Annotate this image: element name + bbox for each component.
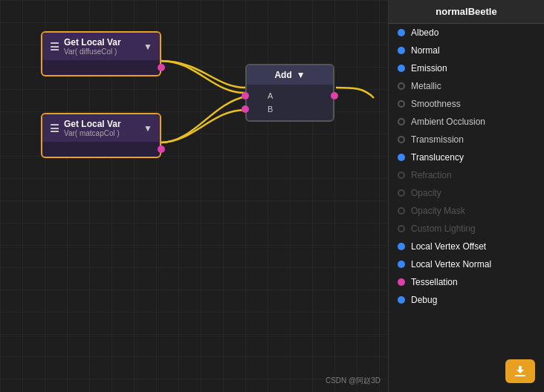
download-icon [513,364,528,379]
panel-item-opacity[interactable]: Opacity [389,184,544,202]
panel-item-emission[interactable]: Emission [389,59,544,77]
panel-item-refraction[interactable]: Refraction [389,166,544,184]
add-output-dot [331,92,338,99]
panel-label-tessellation: Tessellation [411,277,458,287]
panel-item-custom-lighting[interactable]: Custom Lighting [389,220,544,238]
panel-label-albedo: Albedo [411,27,438,38]
panel-item-albedo[interactable]: Albedo [389,24,544,42]
node-2-output-port [42,148,160,151]
panel-label-normal: Normal [411,45,440,56]
panel-label-local-vertex-offset: Local Vertex Offset [411,241,486,252]
panel-dot-translucency [398,154,405,161]
panel-label-translucency: Translucency [411,152,464,163]
panel-dot-emission [398,65,405,72]
node-1-menu-icon: ☰ [50,41,59,53]
panel-label-opacity: Opacity [411,188,441,198]
panel-dot-refraction [398,172,405,179]
add-node[interactable]: Add ▼ A B [245,64,334,122]
node-2-dropdown-icon: ▼ [143,123,152,134]
node-1-output-port [42,66,160,69]
panel-dot-smoothness [398,100,405,108]
panel-label-opacity-mask: Opacity Mask [411,206,465,216]
panel-dot-transmission [398,136,405,143]
panel-dot-metallic [398,82,405,90]
node-1-title: Get Local Var [64,37,121,48]
add-port-a: A [247,89,333,102]
panel-dot-local-vertex-normal [398,261,405,268]
node-2-body [42,142,160,157]
add-port-b-dot [242,105,249,113]
panel-dot-local-vertex-offset [398,243,405,250]
node-1-output-dot [158,64,165,71]
panel-title: normalBeetle [389,0,544,24]
panel-dot-tessellation [398,278,405,286]
panel-item-local-vertex-normal[interactable]: Local Vertex Normal [389,255,544,273]
panel-item-opacity-mask[interactable]: Opacity Mask [389,202,544,220]
panel-dot-custom-lighting [398,225,405,232]
panel-label-emission: Emission [411,63,447,74]
add-port-b: B [247,102,333,116]
panel-item-tessellation[interactable]: Tessellation [389,273,544,291]
add-node-title: Add [274,70,291,80]
node-1-header: ☰ Get Local Var Var( diffuseCol ) ▼ [42,33,160,60]
panel-item-normal[interactable]: Normal [389,42,544,59]
add-node-dropdown-icon: ▼ [297,70,305,80]
node-2-subtitle: Var( matcapCol ) [64,129,121,137]
panel-label-debug: Debug [411,295,437,305]
panel-item-local-vertex-offset[interactable]: Local Vertex Offset [389,238,544,255]
panel-label-ambient-occlusion: Ambient Occlusion [411,117,485,127]
properties-panel: normalBeetle Albedo Normal Emission Meta… [388,0,544,392]
panel-dot-opacity [398,189,405,197]
add-port-b-label: B [268,105,273,114]
panel-item-ambient-occlusion[interactable]: Ambient Occlusion [389,113,544,131]
panel-label-refraction: Refraction [411,170,452,180]
panel-label-local-vertex-normal: Local Vertex Normal [411,259,491,270]
panel-item-debug[interactable]: Debug [389,291,544,309]
add-node-header: Add ▼ [247,65,333,85]
add-port-a-label: A [268,91,273,100]
node-1-dropdown-icon: ▼ [143,42,152,52]
panel-item-metallic[interactable]: Metallic [389,77,544,95]
download-button[interactable] [505,359,535,383]
panel-label-smoothness: Smoothness [411,99,461,109]
node-2-title: Get Local Var [64,119,121,129]
node-2-header: ☰ Get Local Var Var( matcapCol ) ▼ [42,114,160,142]
panel-item-translucency[interactable]: Translucency [389,148,544,166]
node-1-subtitle: Var( diffuseCol ) [64,48,121,56]
add-port-a-dot [242,92,249,99]
svg-rect-0 [515,375,525,376]
node-2-menu-icon: ☰ [50,122,59,134]
add-node-body: A B [247,85,333,120]
panel-dot-normal [398,47,405,54]
get-local-var-node-2[interactable]: ☰ Get Local Var Var( matcapCol ) ▼ [41,113,161,158]
node-2-output-dot [158,146,165,153]
watermark: CSDN @阿赵3D [326,376,381,386]
panel-dot-ambient-occlusion [398,118,405,125]
panel-dot-albedo [398,29,405,36]
get-local-var-node-1[interactable]: ☰ Get Local Var Var( diffuseCol ) ▼ [41,31,161,76]
panel-dot-debug [398,296,405,304]
panel-dot-opacity-mask [398,207,405,215]
panel-label-custom-lighting: Custom Lighting [411,223,476,234]
panel-item-transmission[interactable]: Transmission [389,131,544,148]
node-1-body [42,60,160,75]
panel-label-metallic: Metallic [411,81,441,91]
panel-label-transmission: Transmission [411,134,464,145]
panel-item-smoothness[interactable]: Smoothness [389,95,544,113]
